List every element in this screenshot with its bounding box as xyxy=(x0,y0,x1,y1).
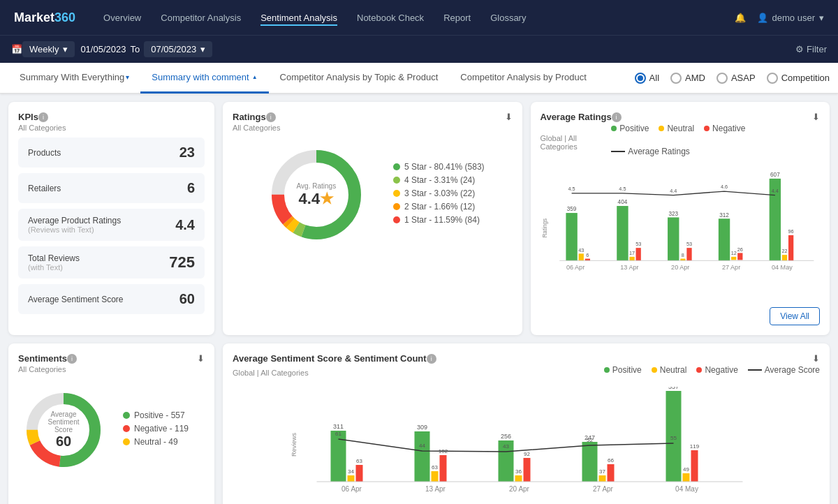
legend-1star: 1 Star - 11.59% (84) xyxy=(393,215,485,225)
calendar-icon: 📅 xyxy=(11,44,22,54)
tab-label: Competitor Analysis by Topic & Product xyxy=(280,72,439,82)
radio-circle xyxy=(635,73,646,84)
logo: Market360 xyxy=(14,10,75,25)
svg-text:13 Apr: 13 Apr xyxy=(425,485,446,493)
ratings-title: Ratings xyxy=(233,112,266,122)
svg-text:52: 52 xyxy=(587,437,593,443)
donut-value: 4.4★ xyxy=(297,190,337,208)
svg-text:119: 119 xyxy=(690,443,700,450)
radio-competition[interactable]: Competition xyxy=(767,73,830,84)
kpi-row-avg-sentiment: Average Sentiment Score 60 xyxy=(18,284,205,314)
chevron-down-icon: ▾ xyxy=(126,73,129,81)
svg-text:26: 26 xyxy=(737,246,742,253)
download-icon[interactable]: ⬇ xyxy=(812,112,820,122)
kpi-row-total-reviews: Total Reviews (with Text) 725 xyxy=(18,246,205,279)
avg-sentiment-subtitle: Global | All Categories xyxy=(233,369,309,377)
legend-negative: Negative xyxy=(704,124,745,133)
bar-positive xyxy=(566,213,577,260)
download-icon[interactable]: ⬇ xyxy=(197,353,205,364)
nav-glossary[interactable]: Glossary xyxy=(490,10,526,26)
bar-neutral xyxy=(578,253,583,260)
radio-circle xyxy=(716,73,728,84)
svg-text:53: 53 xyxy=(635,241,641,247)
sentiments-donut: Average Sentiment Score 60 xyxy=(18,385,109,475)
kpi-card: KPIs i All Categories Products 23 Retail… xyxy=(8,102,214,335)
filter-radio-group: All AMD ASAP Competition xyxy=(635,73,830,84)
tab-label: Summary With Everything xyxy=(20,72,124,82)
svg-text:20 Apr: 20 Apr xyxy=(671,264,689,271)
tab-competitor-topic-product[interactable]: Competitor Analysis by Topic & Product xyxy=(269,63,450,94)
bar-positive xyxy=(415,431,430,482)
bar-negative xyxy=(691,450,698,482)
avg-ratings-chart: Ratings 359 43 6 404 17 53 xyxy=(541,168,821,303)
bar-neutral xyxy=(683,473,690,482)
tab-summary-everything[interactable]: Summary With Everything ▾ xyxy=(8,63,140,94)
tab-label: Competitor Analysis by Product xyxy=(460,72,587,82)
bar-neutral xyxy=(432,471,439,482)
nav-right: 🔔 👤 demo user ▾ xyxy=(735,13,824,23)
info-icon: i xyxy=(266,112,276,122)
ratings-legend: 5 Star - 80.41% (583) 4 Star - 3.31% (24… xyxy=(393,162,485,228)
avg-sentiment-chart: Reviews 311 34 63 309 63 102 256 xyxy=(233,387,820,504)
sentiments-donut-center: Average Sentiment Score 60 xyxy=(41,410,87,450)
kpi-sublabel: (Reviews with Text) xyxy=(28,225,121,234)
kpi-label: Total Reviews xyxy=(28,253,80,263)
notification-icon[interactable]: 🔔 xyxy=(735,13,746,23)
bar-negative xyxy=(524,458,531,482)
legend-positive: Positive - 557 xyxy=(123,410,189,420)
svg-text:44: 44 xyxy=(419,443,425,449)
svg-text:607: 607 xyxy=(770,172,780,178)
legend-positive: Positive xyxy=(611,124,649,133)
avg-ratings-subtitle: Global | All Categories xyxy=(541,134,612,151)
kpi-value: 60 xyxy=(179,291,195,307)
radio-circle xyxy=(670,73,682,84)
radio-asap[interactable]: ASAP xyxy=(716,73,756,84)
kpi-label: Products xyxy=(28,148,61,158)
nav-report[interactable]: Report xyxy=(443,10,471,26)
user-label: demo user xyxy=(772,13,815,23)
svg-text:Reviews: Reviews xyxy=(291,432,297,457)
svg-text:92: 92 xyxy=(524,451,530,457)
filter-button[interactable]: ⚙ Filter xyxy=(795,44,827,54)
bar-positive xyxy=(331,431,346,482)
bar-negative xyxy=(440,455,447,482)
download-icon[interactable]: ⬇ xyxy=(505,112,513,122)
nav-links: Overview Competitor Analysis Sentiment A… xyxy=(103,10,735,26)
date-range-selector[interactable]: 07/05/2023 ▾ xyxy=(144,41,212,57)
user-menu[interactable]: 👤 demo user ▾ xyxy=(757,13,824,23)
svg-text:36: 36 xyxy=(515,468,522,475)
nav-notebook-check[interactable]: Notebook Check xyxy=(357,10,424,26)
tab-summary-comment[interactable]: Summary with comment ▲ xyxy=(140,63,268,94)
sentiments-card: Sentiments i ⬇ All Categories Average Se… xyxy=(8,343,214,504)
ratings-donut-container: Avg. Ratings 4.4★ 5 Star - 80.41% (583) … xyxy=(233,139,513,251)
date-to-value: 07/05/2023 xyxy=(151,44,196,54)
radio-amd[interactable]: AMD xyxy=(670,73,705,84)
sub-navigation: Summary With Everything ▾ Summary with c… xyxy=(0,63,838,94)
avg-ratings-title: Average Ratings xyxy=(541,112,612,122)
svg-text:4.4: 4.4 xyxy=(771,188,778,194)
svg-text:4.5: 4.5 xyxy=(619,186,626,192)
svg-text:4.5: 4.5 xyxy=(568,186,575,192)
avg-sentiment-svg: Reviews 311 34 63 309 63 102 256 xyxy=(233,387,820,504)
legend-neutral: Neutral xyxy=(652,365,687,375)
radio-all[interactable]: All xyxy=(635,73,659,84)
legend-neutral: Neutral xyxy=(659,124,694,133)
tab-competitor-product[interactable]: Competitor Analysis by Product xyxy=(449,63,598,94)
nav-competitor-analysis[interactable]: Competitor Analysis xyxy=(161,10,241,26)
download-icon[interactable]: ⬇ xyxy=(812,353,820,364)
period-selector[interactable]: Weekly ▾ xyxy=(22,41,75,57)
sentiments-title: Sentiments xyxy=(18,353,67,364)
date-from: 01/05/2023 xyxy=(80,44,126,54)
svg-text:312: 312 xyxy=(719,212,729,218)
bar-neutral xyxy=(731,257,736,260)
bar-neutral xyxy=(629,257,634,260)
user-icon: 👤 xyxy=(757,13,768,23)
bar-neutral xyxy=(348,475,355,482)
kpi-sublabel: (with Text) xyxy=(28,263,80,272)
sentiments-legend: Positive - 557 Negative - 119 Neutral - … xyxy=(123,410,189,450)
sentiments-avg-value: 60 xyxy=(41,433,87,450)
nav-overview[interactable]: Overview xyxy=(103,10,141,26)
avg-ratings-view-all-button[interactable]: View All xyxy=(770,307,820,325)
nav-sentiment-analysis[interactable]: Sentiment Analysis xyxy=(260,10,337,26)
bar-positive xyxy=(617,206,628,260)
